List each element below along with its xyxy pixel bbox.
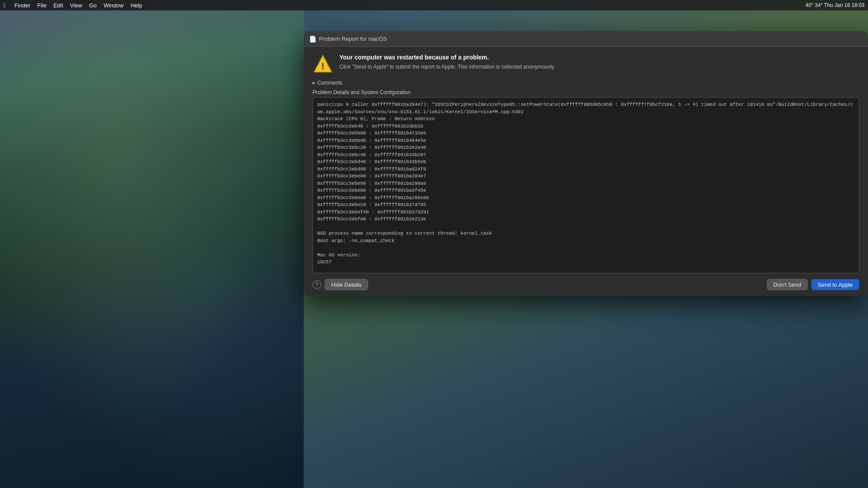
dialog-body: ! Your computer was restarted because of… bbox=[304, 47, 868, 273]
menubar-right: 40° 34° Thu Jan 16 18:03 bbox=[806, 2, 865, 8]
go-menu[interactable]: Go bbox=[89, 2, 96, 9]
desktop-overlay bbox=[0, 10, 304, 488]
warning-icon: ! bbox=[312, 54, 333, 75]
dialog-subtext: Click "Send to Apple" to submit the repo… bbox=[339, 63, 859, 71]
document-icon: 📄 bbox=[309, 36, 316, 43]
dialog-message: Your computer was restarted because of a… bbox=[339, 54, 859, 71]
desktop:  Finder File Edit View Go Window Help 4… bbox=[0, 0, 868, 488]
problem-details-content[interactable]: panic(cpu 0 caller 0xffffff801ba284e7): … bbox=[312, 97, 859, 273]
finder-menu[interactable]: Finder bbox=[14, 2, 30, 9]
edit-menu[interactable]: Edit bbox=[53, 2, 63, 9]
window-menu[interactable]: Window bbox=[104, 2, 124, 9]
comments-toggle[interactable]: Comments bbox=[312, 80, 859, 86]
problem-details-section: Problem Details and System Configuration… bbox=[312, 89, 859, 273]
dialog-title: Problem Report for macOS bbox=[319, 36, 387, 42]
dialog-titlebar: 📄 Problem Report for macOS bbox=[304, 31, 868, 47]
problem-report-dialog: 📄 Problem Report for macOS ! Your comput… bbox=[304, 31, 868, 296]
problem-details-label: Problem Details and System Configuration bbox=[312, 89, 859, 95]
dialog-header: ! Your computer was restarted because of… bbox=[312, 54, 859, 75]
dialog-headline: Your computer was restarted because of a… bbox=[339, 54, 859, 61]
send-to-apple-button[interactable]: Send to Apple bbox=[811, 279, 859, 290]
menubar-status: 40° 34° Thu Jan 16 18:03 bbox=[806, 2, 865, 8]
svg-text:!: ! bbox=[321, 61, 324, 72]
hide-details-button[interactable]: Hide Details bbox=[325, 279, 368, 290]
footer-left: ? Hide Details bbox=[312, 279, 368, 290]
help-menu[interactable]: Help bbox=[131, 2, 142, 9]
dont-send-button[interactable]: Don't Send bbox=[767, 279, 808, 290]
apple-menu[interactable]:  bbox=[3, 2, 6, 9]
menubar-left:  Finder File Edit View Go Window Help bbox=[3, 2, 806, 9]
view-menu[interactable]: View bbox=[70, 2, 82, 9]
footer-right: Don't Send Send to Apple bbox=[767, 279, 859, 290]
comments-section: Comments bbox=[312, 80, 859, 86]
dialog-footer: ? Hide Details Don't Send Send to Apple bbox=[304, 273, 868, 296]
file-menu[interactable]: File bbox=[37, 2, 46, 9]
help-button[interactable]: ? bbox=[312, 280, 321, 289]
menubar:  Finder File Edit View Go Window Help 4… bbox=[0, 0, 868, 10]
